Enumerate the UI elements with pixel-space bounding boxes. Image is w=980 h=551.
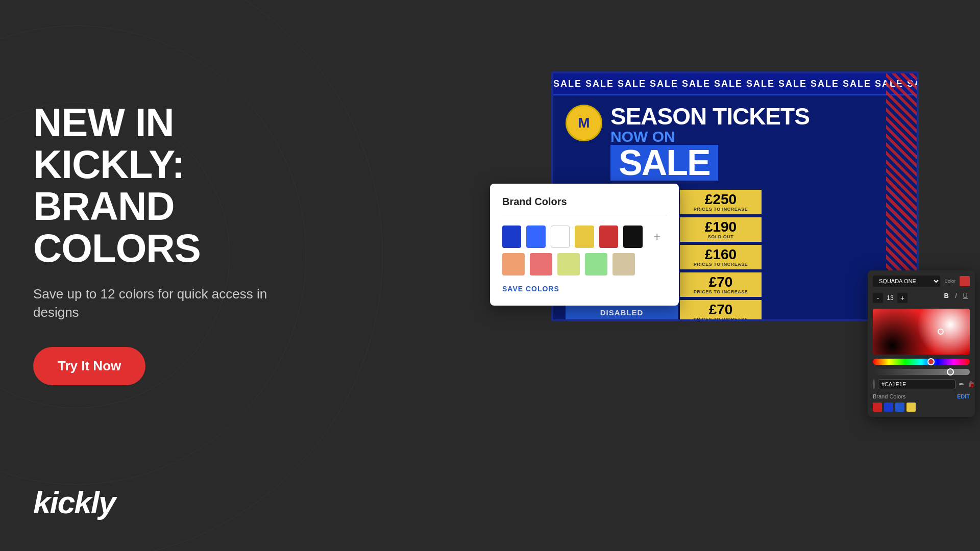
picker-size-decrease[interactable]: -	[873, 293, 883, 303]
picker-color-ctrl	[960, 276, 970, 286]
add-swatch-button[interactable]: +	[648, 226, 667, 248]
color-swatch[interactable]	[526, 226, 545, 248]
picker-font-select[interactable]: SQUADA ONE	[873, 276, 940, 287]
format-bold[interactable]: B	[942, 291, 951, 300]
ticket-price: £160	[705, 247, 737, 262]
format-italic[interactable]: I	[953, 291, 959, 300]
hue-slider[interactable]	[873, 359, 970, 365]
picker-font-size-label: Color	[944, 279, 955, 284]
ticket-price: £190	[705, 220, 737, 234]
team-logo: M	[566, 105, 602, 141]
ticket-sub: PRICES TO INCREASE	[694, 289, 748, 294]
color-swatch[interactable]	[585, 253, 607, 276]
picker-controls-row: ✒ 🗑	[873, 379, 970, 389]
color-picker-panel: SQUADA ONE Color - 13 + B I U	[868, 270, 975, 417]
logo: kickly	[33, 484, 115, 520]
picker-size-row: - 13 + B I U	[873, 291, 970, 305]
ticket-sub: PRICES TO INCREASE	[694, 317, 748, 321]
picker-size-value: 13	[885, 294, 895, 302]
sale-banner-text: SALE SALE SALE SALE SALE SALE SALE SALE …	[553, 79, 917, 89]
color-swatch[interactable]	[557, 253, 580, 276]
picker-color-dot	[873, 379, 875, 389]
picker-brand-swatches	[873, 403, 970, 412]
picker-edit-button[interactable]: EDIT	[957, 393, 970, 399]
picker-size-ctrl: - 13 +	[873, 293, 908, 303]
right-panel: SALE SALE SALE SALE SALE SALE SALE SALE …	[490, 51, 980, 500]
main-headline: NEW IN KICKLY: BRAND COLORS	[33, 102, 304, 269]
alpha-slider[interactable]	[873, 369, 970, 375]
poster-title-top: SEASON TICKETS	[610, 105, 904, 128]
picker-copy-button[interactable]: 🗑	[968, 380, 975, 388]
subheadline: Save up to 12 colors for quick access in…	[33, 285, 304, 322]
ticket-price-block: £190 SOLD OUT	[680, 217, 762, 242]
color-swatch[interactable]	[623, 226, 642, 248]
picker-brand-swatch[interactable]	[884, 403, 893, 412]
ticket-price-block: £250 PRICES TO INCREASE	[680, 190, 762, 214]
picker-brand-label: Brand Colors	[873, 393, 905, 399]
team-logo-letter: M	[578, 115, 590, 131]
picker-font-row: SQUADA ONE Color	[873, 276, 970, 287]
picker-hex-input[interactable]	[878, 379, 955, 389]
sale-banner: SALE SALE SALE SALE SALE SALE SALE SALE …	[553, 73, 917, 95]
picker-brand-swatch[interactable]	[873, 403, 882, 412]
ticket-sub: PRICES TO INCREASE	[694, 207, 748, 212]
gradient-cursor	[938, 329, 944, 335]
poster-content: M SEASON TICKETS NOW ON SALE	[553, 95, 917, 186]
poster-title-big: SALE	[610, 145, 718, 181]
cta-button[interactable]: Try It Now	[33, 347, 145, 385]
ticket-price-block: £70 PRICES TO INCREASE	[680, 300, 762, 321]
color-swatch[interactable]	[502, 253, 525, 276]
ticket-price-block: £70 PRICES TO INCREASE	[680, 272, 762, 297]
poster-title-group: SEASON TICKETS NOW ON SALE	[610, 105, 904, 181]
picker-format-row: B I U	[942, 291, 970, 300]
color-swatch[interactable]	[530, 253, 552, 276]
color-swatch[interactable]	[612, 253, 635, 276]
brand-colors-modal: Brand Colors + SAVE COLORS	[490, 184, 679, 306]
ticket-sub: SOLD OUT	[708, 234, 734, 239]
ticket-price: £70	[709, 275, 733, 289]
color-swatch[interactable]	[599, 226, 618, 248]
color-swatch[interactable]	[502, 226, 521, 248]
picker-color-preview	[960, 276, 970, 286]
hue-thumb	[927, 358, 935, 365]
color-gradient[interactable]	[873, 309, 970, 355]
ticket-price-block: £160 PRICES TO INCREASE	[680, 245, 762, 269]
left-panel: NEW IN KICKLY: BRAND COLORS Save up to 1…	[33, 102, 304, 385]
ticket-price: £70	[709, 303, 733, 317]
save-colors-button[interactable]: SAVE COLORS	[502, 285, 559, 293]
picker-eyedrop-button[interactable]: ✒	[959, 380, 965, 388]
ticket-sub: PRICES TO INCREASE	[694, 262, 748, 267]
picker-brand-swatch[interactable]	[895, 403, 904, 412]
color-swatches-row-1: +	[502, 226, 667, 248]
alpha-thumb	[947, 368, 954, 375]
modal-title: Brand Colors	[502, 196, 667, 215]
logo-text: kickly	[33, 485, 115, 520]
picker-size-increase[interactable]: +	[897, 293, 908, 303]
color-swatch[interactable]	[575, 226, 594, 248]
color-swatches-row-2	[502, 253, 667, 276]
ticket-price: £250	[705, 192, 737, 207]
format-underline[interactable]: U	[961, 291, 970, 300]
picker-brand-section: Brand Colors EDIT	[873, 393, 970, 399]
color-swatch[interactable]	[551, 226, 570, 248]
picker-brand-swatch[interactable]	[906, 403, 916, 412]
